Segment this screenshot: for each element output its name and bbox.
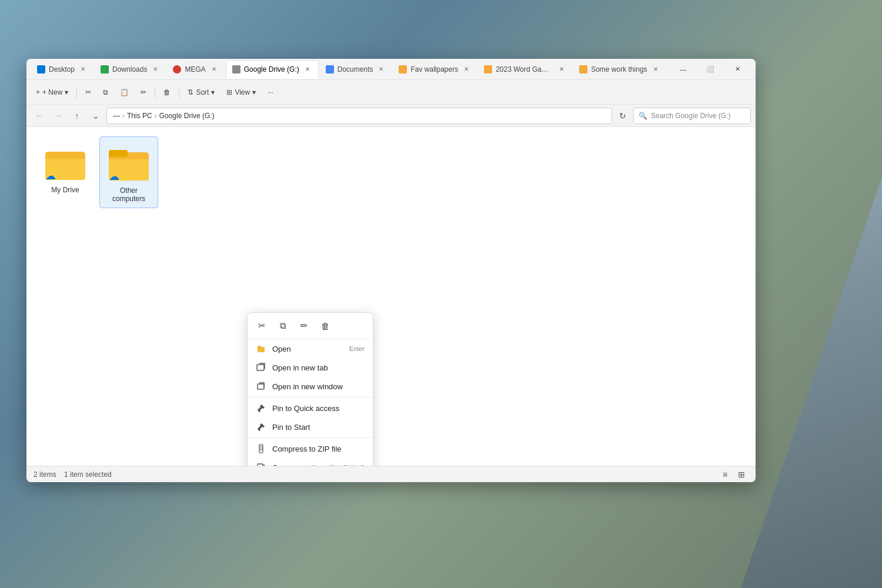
cloud-icon-othercomputers: ☁ <box>109 170 119 183</box>
desktop-icon <box>37 65 45 74</box>
sort-button[interactable]: ⇅ Sort ▾ <box>183 83 219 102</box>
copy-button[interactable]: ⧉ <box>98 83 113 102</box>
path-icon: — <box>113 112 120 120</box>
title-bar: Desktop ✕ Downloads ✕ MEGA ✕ Google Driv… <box>26 59 756 80</box>
tab-wordgame[interactable]: 2023 Word Game P... ✕ <box>478 60 572 79</box>
ctx-pin-quick-label: Pin to Quick access <box>272 404 365 413</box>
rename-button[interactable]: ✏ <box>136 83 151 102</box>
ctx-copy-button[interactable]: ⧉ <box>273 316 292 335</box>
path-sep-2: › <box>155 112 157 120</box>
ctx-item-open-new-tab[interactable]: Open in new tab <box>248 358 373 377</box>
folder-grid: ☁ My Drive ☁ Other comput <box>36 136 746 208</box>
path-thispc: This PC <box>127 112 152 120</box>
favwp-icon <box>399 65 407 74</box>
close-button[interactable]: ✕ <box>724 60 751 79</box>
forward-button[interactable]: → <box>50 108 66 124</box>
new-label: + New <box>42 88 62 96</box>
tab-somework[interactable]: Some work things ✕ <box>573 60 665 79</box>
toolbar-sep-1 <box>76 86 77 98</box>
tab-documents[interactable]: Documents ✕ <box>320 60 392 79</box>
path-sep-1: › <box>122 112 125 120</box>
tab-desktop-close[interactable]: ✕ <box>78 65 88 74</box>
tab-mega[interactable]: MEGA ✕ <box>167 60 224 79</box>
ctx-item-compress-zip[interactable]: Compress to ZIP file <box>248 439 373 458</box>
grid-view-button[interactable]: ⊞ <box>734 467 749 482</box>
ctx-cut-button[interactable]: ✂ <box>252 316 271 335</box>
tab-mega-label: MEGA <box>185 65 205 74</box>
ctx-pin-start-icon <box>256 422 266 432</box>
minimize-button[interactable]: — <box>670 60 697 79</box>
tab-documents-close[interactable]: ✕ <box>376 65 386 74</box>
sort-label: Sort <box>196 88 209 96</box>
cut-icon: ✂ <box>85 88 91 96</box>
docs-icon <box>326 65 334 74</box>
window-controls: — ⬜ ✕ <box>670 60 751 79</box>
new-chevron: ▾ <box>65 88 68 96</box>
ctx-item-pin-start[interactable]: Pin to Start <box>248 417 373 436</box>
list-view-button[interactable]: ≡ <box>718 467 732 482</box>
tab-somework-close[interactable]: ✕ <box>651 65 660 74</box>
toolbar-sep-2 <box>155 86 155 98</box>
ctx-open-new-window-label: Open in new window <box>272 382 359 391</box>
tab-downloads-close[interactable]: ✕ <box>151 65 160 74</box>
new-icon: + <box>36 88 40 96</box>
up-button[interactable]: ↑ <box>69 108 85 124</box>
tab-downloads[interactable]: Downloads ✕ <box>95 60 166 79</box>
ctx-item-copy-path[interactable]: Copy as path Ctrl+Shift+C <box>248 458 373 466</box>
toolbar: + + New ▾ ✂ ⧉ 📋 ✏ 🗑 ⇅ Sort ▾ ⊞ View <box>26 80 756 105</box>
tab-favwallpapers-label: Fav wallpapers <box>410 65 458 74</box>
address-path[interactable]: — › This PC › Google Drive (G:) <box>106 108 612 124</box>
folder-label-othercomputers: Other computers <box>105 186 153 203</box>
refresh-button[interactable]: ↻ <box>614 108 631 124</box>
tab-wordgame-close[interactable]: ✕ <box>557 65 566 74</box>
paste-icon: 📋 <box>120 88 129 96</box>
tab-favwallpapers-close[interactable]: ✕ <box>462 65 471 74</box>
ctx-rename-button[interactable]: ✏ <box>295 316 313 335</box>
view-icon: ⊞ <box>226 88 232 96</box>
ctx-delete-button[interactable]: 🗑 <box>316 316 335 335</box>
status-right: ≡ ⊞ <box>718 467 749 482</box>
tab-desktop[interactable]: Desktop ✕ <box>31 60 93 79</box>
address-bar: ← → ↑ ⌄ — › This PC › Google Drive (G:) … <box>26 105 756 127</box>
recent-button[interactable]: ⌄ <box>88 108 104 124</box>
ctx-item-open-new-window[interactable]: Open in new window <box>248 377 373 396</box>
folder-item-othercomputers[interactable]: ☁ Other computers <box>99 136 158 208</box>
tabs-container: Desktop ✕ Downloads ✕ MEGA ✕ Google Driv… <box>31 60 665 79</box>
maximize-button[interactable]: ⬜ <box>697 60 724 79</box>
sort-chevron: ▾ <box>211 88 215 96</box>
ctx-icon-row: ✂ ⧉ ✏ 🗑 <box>248 313 373 339</box>
tab-downloads-label: Downloads <box>112 65 147 74</box>
search-box[interactable]: 🔍 Search Google Drive (G:) <box>633 108 751 124</box>
cut-button[interactable]: ✂ <box>81 83 96 102</box>
svg-rect-9 <box>259 445 263 453</box>
tab-gdrive-close[interactable]: ✕ <box>303 65 312 74</box>
ctx-copy-path-icon <box>256 462 266 466</box>
gdrive-icon <box>232 65 240 74</box>
ctx-compress-zip-label: Compress to ZIP file <box>272 445 365 453</box>
more-label: ··· <box>268 88 273 96</box>
svg-rect-8 <box>258 384 264 389</box>
ctx-open-icon <box>256 343 266 354</box>
folder-item-mydrive[interactable]: ☁ My Drive <box>36 136 95 208</box>
delete-button[interactable]: 🗑 <box>159 83 175 102</box>
content-area: ☁ My Drive ☁ Other comput <box>26 127 756 466</box>
somework-icon <box>579 65 587 74</box>
tab-favwallpapers[interactable]: Fav wallpapers ✕ <box>393 60 477 79</box>
more-button[interactable]: ··· <box>263 83 278 102</box>
tab-gdrive[interactable]: Google Drive (G:) ✕ <box>226 60 319 79</box>
ctx-open-label: Open <box>272 345 343 353</box>
view-button[interactable]: ⊞ View ▾ <box>222 83 260 102</box>
folder-icon-wrap-othercomputers: ☁ <box>108 142 150 184</box>
ctx-item-pin-quick[interactable]: Pin to Quick access <box>248 399 373 417</box>
new-button[interactable]: + + New ▾ <box>31 83 73 102</box>
svg-rect-6 <box>109 150 128 157</box>
wordgame-icon <box>484 65 492 74</box>
ctx-pin-quick-icon <box>256 403 266 413</box>
back-button[interactable]: ← <box>31 108 48 124</box>
tab-mega-close[interactable]: ✕ <box>209 65 219 74</box>
tab-somework-label: Some work things <box>591 65 647 74</box>
ctx-item-open[interactable]: Open Enter <box>248 339 373 358</box>
search-placeholder: Search Google Drive (G:) <box>651 112 730 120</box>
view-chevron: ▾ <box>252 88 256 96</box>
paste-button[interactable]: 📋 <box>115 83 133 102</box>
